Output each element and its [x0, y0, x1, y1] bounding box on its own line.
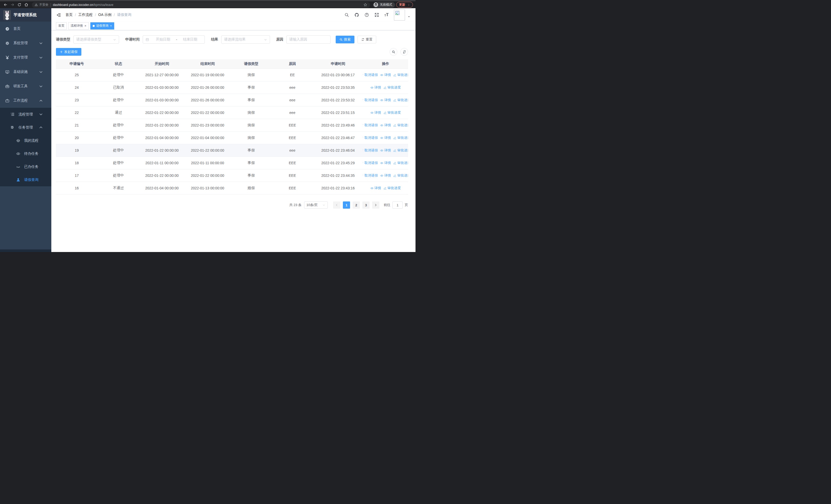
- sidebar-item-process-mgmt[interactable]: 流程管理: [0, 108, 51, 121]
- action-cancel-link[interactable]: 取消请假: [363, 72, 378, 77]
- action-cancel-link[interactable]: 取消请假: [363, 136, 378, 140]
- reason-label: 原因: [276, 37, 283, 42]
- breadcrumb-item[interactable]: 工作流程: [78, 12, 93, 17]
- table-body: 25处理中2021-12-27 00:00:002022-01-19 00:00…: [56, 69, 408, 195]
- sidebar-item-3[interactable]: 支付管理: [0, 50, 51, 65]
- github-icon[interactable]: [354, 12, 359, 17]
- action-detail-link[interactable]: 详情: [380, 161, 391, 165]
- reload-button[interactable]: [17, 2, 22, 8]
- sidebar-collapse-icon[interactable]: [56, 12, 61, 18]
- chevron-down-icon: [113, 38, 116, 41]
- action-cancel-link[interactable]: 取消请假: [363, 98, 378, 102]
- action-detail-link[interactable]: 详情: [380, 98, 391, 102]
- action-cancel-link[interactable]: 取消请假: [363, 161, 378, 165]
- kebab-menu-icon[interactable]: [407, 3, 410, 6]
- result-select[interactable]: 请选择流结果: [221, 35, 270, 43]
- row-actions: 取消请假详情审批进度: [364, 173, 407, 178]
- sidebar-item-label: 系统管理: [13, 41, 28, 46]
- action-detail-label: 详情: [384, 136, 391, 140]
- breadcrumb-item[interactable]: OA 示例: [98, 12, 111, 17]
- sidebar-item-5[interactable]: 研发工具: [0, 79, 51, 93]
- action-detail-link[interactable]: 详情: [380, 72, 391, 77]
- prev-page-button[interactable]: [333, 202, 340, 209]
- back-button[interactable]: [3, 2, 8, 8]
- sidebar-item-task-1[interactable]: 我的流程: [0, 134, 51, 147]
- action-progress-link[interactable]: 审批进度: [393, 136, 408, 140]
- action-progress-link[interactable]: 审批进度: [383, 110, 401, 115]
- update-browser-button[interactable]: 更新: [396, 2, 413, 8]
- leave-type-select[interactable]: 请选择请假类型: [74, 35, 119, 43]
- action-progress-link[interactable]: 审批进度: [393, 98, 408, 102]
- forward-button[interactable]: [9, 2, 15, 8]
- tag-tab-1[interactable]: 首页: [56, 22, 67, 30]
- create-leave-button[interactable]: 发起请假: [56, 48, 81, 56]
- action-progress-link[interactable]: 审批进度: [393, 72, 408, 77]
- reload-icon: [18, 3, 21, 7]
- action-detail-link[interactable]: 详情: [370, 85, 381, 90]
- sidebar-item-4[interactable]: 基础设施: [0, 65, 51, 79]
- action-detail-link[interactable]: 详情: [370, 110, 381, 115]
- sidebar-item-task-2[interactable]: 待办任务: [0, 147, 51, 160]
- broken-image-icon: [395, 10, 400, 16]
- action-progress-link[interactable]: 审批进度: [383, 186, 401, 190]
- cell-end-time: 2022-01-04 00:00:00: [184, 131, 231, 144]
- font-size-icon[interactable]: TT: [384, 13, 389, 17]
- page-button-3[interactable]: 3: [362, 202, 370, 209]
- action-detail-link[interactable]: 详情: [380, 148, 391, 153]
- page-size-select[interactable]: 10条/页: [304, 202, 328, 209]
- breadcrumb-separator: /: [114, 13, 115, 17]
- action-detail-link[interactable]: 详情: [380, 173, 391, 178]
- breadcrumb-item[interactable]: 首页: [65, 12, 73, 17]
- sidebar-item-2[interactable]: 系统管理: [0, 36, 51, 50]
- bookmark-star-icon[interactable]: [364, 3, 367, 7]
- sidebar-item-task-mgmt[interactable]: 任务管理: [0, 121, 51, 134]
- action-cancel-link[interactable]: 取消请假: [363, 123, 378, 127]
- help-icon[interactable]: [365, 12, 369, 17]
- action-progress-link[interactable]: 审批进度: [393, 161, 408, 165]
- search-button[interactable]: 搜索: [336, 36, 354, 43]
- next-page-button[interactable]: [372, 202, 379, 209]
- url-host: dashboard.yudao.iocoder.cn: [53, 3, 93, 7]
- action-detail-link[interactable]: 详情: [380, 136, 391, 140]
- action-detail-link[interactable]: 详情: [380, 123, 391, 127]
- tag-close-icon[interactable]: ×: [84, 24, 86, 27]
- home-button[interactable]: [23, 2, 29, 8]
- hide-search-button[interactable]: [390, 48, 397, 56]
- action-progress-link[interactable]: 审批进度: [383, 85, 401, 90]
- view-eye-icon: [380, 174, 383, 177]
- url-bar[interactable]: 不安全 dashboard.yudao.iocoder.cn/bpm/oa/le…: [32, 2, 370, 8]
- avatar[interactable]: [394, 9, 405, 21]
- date-range-input[interactable]: 开始日期 - 结束日期: [143, 35, 205, 43]
- action-cancel-link[interactable]: 取消请假: [363, 148, 378, 153]
- action-progress-link[interactable]: 审批进度: [393, 123, 408, 127]
- action-cancel-link[interactable]: 取消请假: [363, 173, 378, 178]
- refresh-table-button[interactable]: [400, 48, 408, 56]
- search-icon[interactable]: [344, 12, 349, 17]
- tag-tab-2[interactable]: 流程详情×: [68, 22, 89, 30]
- action-detail-link[interactable]: 详情: [370, 186, 381, 190]
- cell-apply-time: 2022-01-22 23:46:04: [313, 144, 363, 157]
- cell-status: 处理中: [97, 131, 139, 144]
- monitor-icon: [5, 70, 9, 74]
- sidebar-item-task-4[interactable]: 请假查询: [0, 173, 51, 186]
- page-button-2[interactable]: 2: [353, 202, 360, 209]
- reset-button[interactable]: 重置: [357, 36, 376, 43]
- tag-close-icon[interactable]: ×: [110, 24, 112, 27]
- sidebar-item-1[interactable]: 首页: [0, 22, 51, 36]
- sidebar-item-task-3[interactable]: 已办任务: [0, 160, 51, 173]
- security-chip[interactable]: 不安全: [35, 3, 49, 7]
- goto-page-input[interactable]: [393, 202, 403, 209]
- trash-icon: [363, 98, 364, 102]
- page-button-1[interactable]: 1: [343, 202, 350, 209]
- action-progress-link[interactable]: 审批进度: [393, 148, 408, 153]
- cell-status: 处理中: [97, 69, 139, 81]
- fullscreen-icon[interactable]: [374, 12, 379, 17]
- action-cancel-label: 取消请假: [365, 173, 378, 178]
- tag-tab-3[interactable]: 请假查询×: [90, 22, 114, 30]
- avatar-caret-icon[interactable]: [407, 16, 410, 18]
- chevron-up-icon: [39, 98, 43, 103]
- action-progress-link[interactable]: 审批进度: [393, 173, 408, 178]
- reason-input[interactable]: 请输入原因: [286, 35, 331, 43]
- sidebar-item-6[interactable]: 工作流程: [0, 93, 51, 108]
- app-logo[interactable]: 芋道管理系统: [0, 8, 51, 22]
